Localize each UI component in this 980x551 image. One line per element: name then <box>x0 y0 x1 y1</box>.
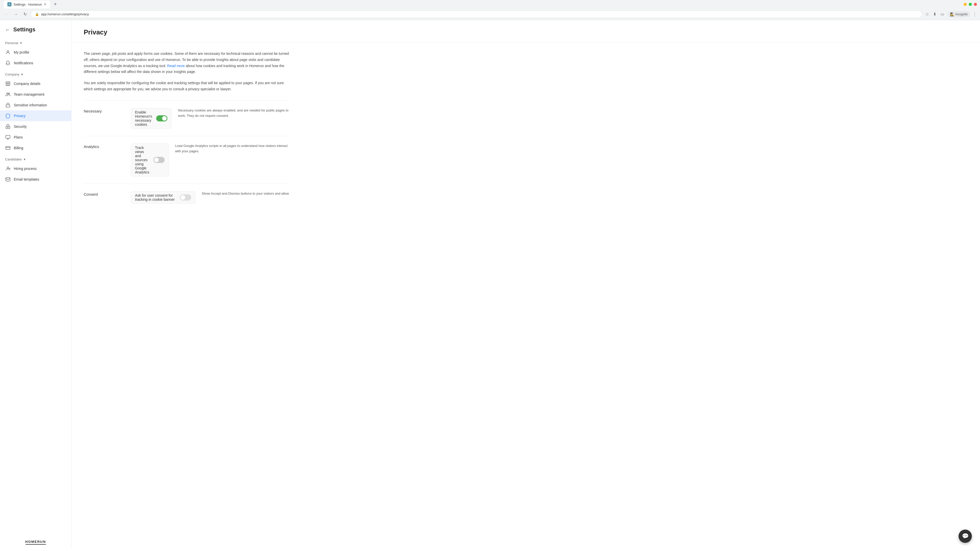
forward-nav-button[interactable]: → <box>12 11 19 18</box>
lock-icon <box>5 102 11 108</box>
sidebar-label-company-details: Company details <box>14 82 40 86</box>
security-icon <box>5 124 11 129</box>
sidebar-item-my-profile[interactable]: My profile <box>0 47 71 58</box>
window-maximize-button[interactable] <box>969 3 972 6</box>
sidebar-item-privacy[interactable]: Privacy <box>0 110 71 121</box>
app-container: ← Settings Personal ▾ My profile <box>0 20 980 549</box>
sidebar-label-notifications: Notifications <box>14 61 33 65</box>
page-title: Privacy <box>84 28 968 36</box>
svg-rect-8 <box>6 146 10 149</box>
address-bar[interactable]: 🔒 app.homerun.co/settings/privacy <box>30 11 922 18</box>
url-text: app.homerun.co/settings/privacy <box>41 12 918 16</box>
building-icon <box>5 81 11 86</box>
necessary-toggle-label: Enable Homerun's necessary cookies <box>135 110 152 127</box>
bell-icon <box>5 60 11 66</box>
svg-rect-1 <box>6 82 10 86</box>
sidebar-label-team-management: Team management <box>14 92 45 97</box>
settings-row-necessary: Necessary Enable Homerun's necessary coo… <box>84 100 289 136</box>
chat-icon: 💬 <box>962 533 969 540</box>
browser-actions: ☆ ⬇ ▭ 🕵 Incognito ⋮ <box>924 11 977 17</box>
svg-point-2 <box>6 93 8 94</box>
consent-toggle-row: Ask for user consent for tracking in coo… <box>130 191 196 204</box>
sidebar: ← Settings Personal ▾ My profile <box>0 20 72 549</box>
chat-fab-button[interactable]: 💬 <box>959 530 972 543</box>
sidebar-item-sensitive-information[interactable]: Sensitive information <box>0 100 71 110</box>
consent-content: Ask for user consent for tracking in coo… <box>130 191 196 204</box>
browser-menu-button[interactable]: ⋮ <box>972 11 977 17</box>
download-button[interactable]: ⬇ <box>932 11 937 17</box>
necessary-toggle-row: Enable Homerun's necessary cookies <box>130 108 172 129</box>
sidebar-label-email-templates: Email templates <box>14 177 39 181</box>
bookmark-button[interactable]: ☆ <box>924 11 930 17</box>
sidebar-section-candidates: Candidates ▾ <box>0 153 71 163</box>
sidebar-label-billing: Billing <box>14 146 23 150</box>
window-minimize-button[interactable] <box>964 3 967 6</box>
back-button[interactable]: ← <box>5 27 10 33</box>
browser-toolbar: ← → ↻ 🔒 app.homerun.co/settings/privacy … <box>0 8 980 20</box>
window-controls <box>964 3 977 6</box>
tab-title: Settings · Homerun <box>14 3 42 6</box>
plans-icon <box>5 135 11 140</box>
sidebar-section-personal: Personal ▾ <box>0 37 71 47</box>
svg-point-3 <box>8 93 10 94</box>
consent-description: Show Accept and Dismiss buttons to your … <box>202 191 289 197</box>
analytics-label: Analytics <box>84 143 124 149</box>
back-nav-button[interactable]: ← <box>3 11 10 18</box>
main-content: Privacy The career page, job posts and a… <box>72 20 980 549</box>
sidebar-label-sensitive-information: Sensitive information <box>14 103 47 107</box>
necessary-toggle[interactable] <box>156 115 167 121</box>
analytics-toggle[interactable] <box>153 157 165 163</box>
shield-icon <box>5 113 11 119</box>
sidebar-item-billing[interactable]: Billing <box>0 143 71 153</box>
necessary-content: Enable Homerun's necessary cookies <box>130 108 172 129</box>
sidebar-label-hiring-process: Hiring process <box>14 167 37 171</box>
svg-rect-10 <box>6 178 10 181</box>
sidebar-item-email-templates[interactable]: Email templates <box>0 174 71 185</box>
hiring-icon <box>5 166 11 171</box>
svg-point-0 <box>7 51 9 52</box>
sidebar-item-hiring-process[interactable]: Hiring process <box>0 163 71 174</box>
sidebar-item-plans[interactable]: Plans <box>0 132 71 143</box>
sidebar-title: Settings <box>13 26 35 33</box>
sidebar-nav: Personal ▾ My profile Notifications <box>0 37 71 536</box>
brand-logo: HOMERUN <box>0 536 71 549</box>
tab-close-button[interactable]: × <box>44 2 46 6</box>
content-area: The career page, job posts and apply for… <box>72 43 301 219</box>
team-icon <box>5 92 11 97</box>
sidebar-section-company: Company ▾ <box>0 68 71 78</box>
necessary-toggle-slider <box>156 115 167 121</box>
sidebar-label-my-profile: My profile <box>14 50 29 54</box>
settings-row-analytics: Analytics Track views and sources using … <box>84 136 289 184</box>
consent-toggle[interactable] <box>180 194 191 200</box>
new-tab-button[interactable]: + <box>52 0 59 8</box>
sidebar-item-team-management[interactable]: Team management <box>0 89 71 100</box>
incognito-badge: 🕵 Incognito <box>947 11 970 17</box>
svg-point-9 <box>7 167 9 168</box>
read-more-link[interactable]: Read more <box>167 64 185 68</box>
analytics-toggle-slider <box>153 157 165 163</box>
consent-toggle-slider <box>180 194 191 200</box>
sidebar-item-company-details[interactable]: Company details <box>0 78 71 89</box>
reload-button[interactable]: ↻ <box>21 11 29 18</box>
sidebar-header: ← Settings <box>0 20 71 37</box>
tab-favicon: H <box>7 2 11 6</box>
analytics-content: Track views and sources using Google Ana… <box>130 143 169 176</box>
window-close-button[interactable] <box>974 3 977 6</box>
analytics-description: Load Google Analytics scripts in all pag… <box>175 143 289 154</box>
sidebar-item-notifications[interactable]: Notifications <box>0 58 71 68</box>
svg-rect-4 <box>6 105 10 107</box>
cast-button[interactable]: ▭ <box>939 11 945 17</box>
incognito-label: Incognito <box>955 13 968 16</box>
sidebar-label-plans: Plans <box>14 135 23 139</box>
sidebar-item-security[interactable]: Security <box>0 121 71 132</box>
page-header: Privacy <box>72 20 980 43</box>
analytics-toggle-label: Track views and sources using Google Ana… <box>135 146 149 174</box>
sidebar-label-security: Security <box>14 124 27 129</box>
settings-row-consent: Consent Ask for user consent for trackin… <box>84 184 289 211</box>
tab-bar: H Settings · Homerun × + <box>0 0 980 8</box>
intro-paragraph-1: The career page, job posts and apply for… <box>84 51 289 75</box>
billing-icon <box>5 145 11 151</box>
intro-paragraph-2: You are solely responsible for configuri… <box>84 80 289 92</box>
active-tab[interactable]: H Settings · Homerun × <box>3 0 51 8</box>
browser-chrome: H Settings · Homerun × + ← → ↻ 🔒 app.hom… <box>0 0 980 20</box>
